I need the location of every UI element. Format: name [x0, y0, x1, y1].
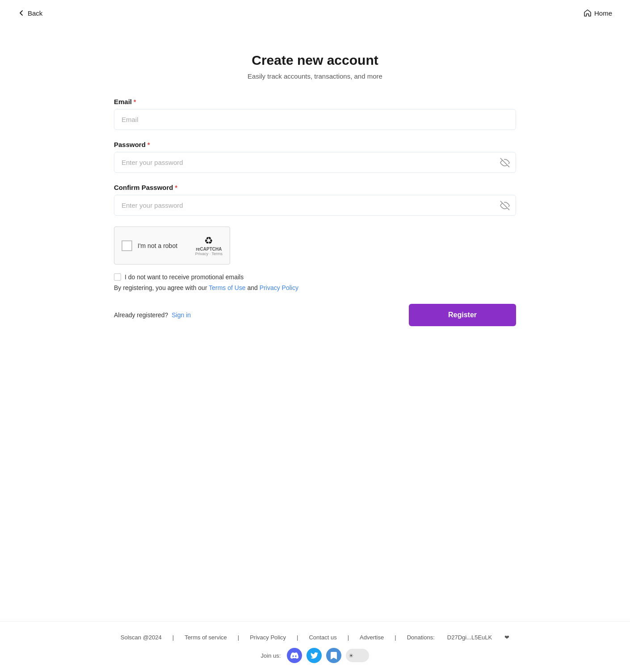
bookmark-social-link[interactable] — [326, 648, 341, 663]
page-subtitle: Easily track accounts, transactions, and… — [114, 72, 516, 80]
back-label: Back — [28, 9, 42, 17]
register-button[interactable]: Register — [409, 304, 516, 326]
email-required-star: * — [134, 98, 136, 105]
theme-toggle[interactable]: ☀ — [346, 649, 369, 662]
home-button[interactable]: Home — [584, 9, 612, 17]
footer-advertise-link[interactable]: Advertise — [354, 634, 389, 641]
password-field-group: Password * — [114, 141, 516, 173]
footer-contact-link[interactable]: Contact us — [303, 634, 342, 641]
footer-donation-address[interactable]: D27Dgi...L5EuLK — [442, 634, 497, 641]
confirm-password-required-star: * — [175, 184, 177, 191]
email-input[interactable] — [114, 109, 516, 130]
password-label: Password * — [114, 141, 516, 148]
theme-icon: ☀ — [349, 652, 354, 659]
bookmark-icon — [331, 652, 337, 659]
recaptcha-logo: ♻ reCAPTCHA Privacy · Terms — [195, 235, 223, 256]
recaptcha-left: I'm not a robot — [122, 240, 177, 251]
action-row: Already registered? Sign in Register — [114, 304, 516, 326]
terms-of-use-link[interactable]: Terms of Use — [209, 284, 245, 291]
terms-prefix-text: By registering, you agree with our — [114, 284, 209, 291]
confirm-password-label: Confirm Password * — [114, 184, 516, 191]
confirm-eye-off-icon — [500, 201, 510, 210]
footer-copyright: Solscan @2024 — [115, 634, 167, 641]
confirm-password-field-group: Confirm Password * — [114, 184, 516, 216]
top-navigation: Back Home — [0, 0, 630, 26]
confirm-password-toggle-button[interactable] — [500, 201, 510, 210]
footer-heart-icon: ❤ — [499, 634, 515, 641]
registration-form-container: Create new account Easily track accounts… — [114, 53, 516, 326]
footer-join-label: Join us: — [261, 652, 281, 659]
recaptcha-brand: reCAPTCHA — [196, 247, 222, 252]
terms-agreement-line: By registering, you agree with our Terms… — [114, 284, 516, 291]
password-toggle-button[interactable] — [500, 158, 510, 168]
eye-off-icon — [500, 158, 510, 168]
twitter-social-link[interactable] — [307, 648, 322, 663]
footer-privacy-link[interactable]: Privacy Policy — [244, 634, 291, 641]
signin-text: Already registered? Sign in — [114, 311, 191, 319]
promo-checkbox-row: I do not want to receive promotional ema… — [114, 273, 516, 281]
password-input-wrapper — [114, 152, 516, 173]
home-label: Home — [594, 9, 612, 17]
password-required-star: * — [147, 141, 150, 148]
email-field-group: Email * — [114, 98, 516, 130]
recaptcha-label: I'm not a robot — [138, 242, 177, 249]
confirm-password-input-wrapper — [114, 195, 516, 216]
main-content: Create new account Easily track accounts… — [0, 26, 630, 621]
footer: Solscan @2024 | Terms of service | Priva… — [0, 621, 630, 672]
twitter-icon — [311, 652, 318, 659]
page-title: Create new account — [114, 53, 516, 68]
recaptcha-checkbox[interactable] — [122, 240, 132, 251]
discord-social-link[interactable] — [287, 648, 302, 663]
footer-donations-label: Donations: — [402, 634, 440, 641]
discord-icon — [290, 652, 298, 659]
back-button[interactable]: Back — [18, 9, 42, 17]
home-icon — [584, 9, 592, 17]
footer-links: Solscan @2024 | Terms of service | Priva… — [18, 634, 612, 641]
confirm-password-input[interactable] — [114, 195, 516, 216]
promo-checkbox[interactable] — [114, 273, 121, 281]
email-input-wrapper — [114, 109, 516, 130]
terms-and-text: and — [248, 284, 260, 291]
sign-in-link[interactable]: Sign in — [172, 311, 191, 319]
password-input[interactable] — [114, 152, 516, 173]
back-arrow-icon — [18, 9, 25, 17]
recaptcha-widget[interactable]: I'm not a robot ♻ reCAPTCHA Privacy · Te… — [114, 227, 230, 265]
privacy-policy-link[interactable]: Privacy Policy — [260, 284, 298, 291]
email-label: Email * — [114, 98, 516, 105]
footer-social-row: Join us: ☀ — [18, 648, 612, 663]
footer-terms-link[interactable]: Terms of service — [179, 634, 232, 641]
promo-checkbox-label: I do not want to receive promotional ema… — [125, 273, 244, 281]
recaptcha-links: Privacy · Terms — [195, 252, 223, 256]
recaptcha-logo-icon: ♻ — [204, 235, 213, 247]
